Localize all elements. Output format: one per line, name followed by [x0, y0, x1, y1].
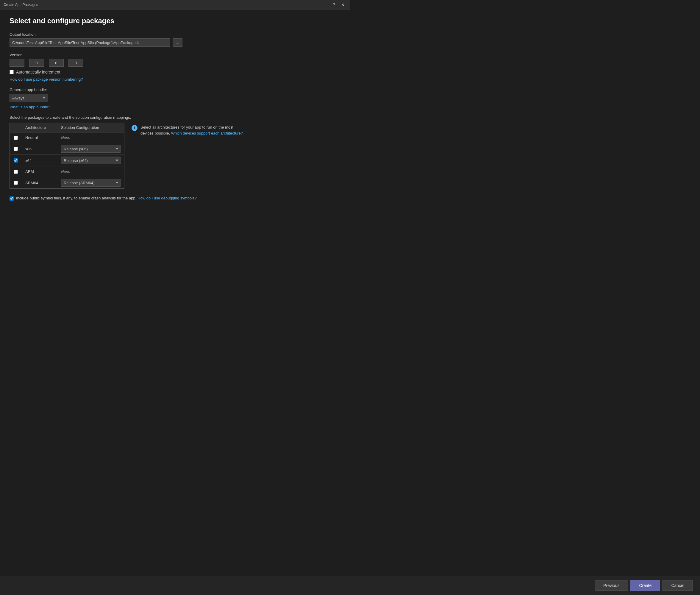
auto-increment-checkbox[interactable] — [9, 70, 14, 74]
table-header-check — [10, 123, 22, 132]
table-cell-arch-arm: ARM — [22, 168, 57, 176]
version-field-3[interactable] — [49, 59, 64, 67]
table-cell-arch-arm64: ARM64 — [22, 179, 57, 187]
table-row-arm: ARM None — [10, 166, 124, 177]
table-cell-arch-x86: x86 — [22, 145, 57, 153]
table-cell-config-arm: None — [57, 168, 124, 176]
browse-button[interactable]: ... — [173, 38, 182, 47]
table-row-arm64: ARM64 Release (ARM64) — [10, 177, 124, 189]
version-sep-2: . — [46, 60, 47, 65]
architecture-link[interactable]: Which devices support each architecture? — [171, 131, 243, 136]
table-cell-arch-x64: x64 — [22, 157, 57, 165]
symbol-files-text: Include public symbol files, if any, to … — [16, 196, 138, 200]
output-location-label: Output location: — [9, 32, 341, 37]
table-row-neutral: Neutral None — [10, 133, 124, 143]
auto-increment-label: Automatically increment — [16, 69, 60, 75]
checkbox-arm[interactable] — [14, 170, 18, 174]
checkbox-arm64[interactable] — [14, 181, 18, 185]
symbol-files-row: Include public symbol files, if any, to … — [9, 196, 341, 201]
info-icon: i — [132, 125, 138, 131]
output-path-input[interactable] — [9, 38, 170, 47]
packages-table: Architecture Solution Configuration Neut… — [9, 123, 124, 189]
packages-area: Architecture Solution Configuration Neut… — [9, 123, 341, 189]
table-cell-check-arm — [10, 168, 22, 176]
checkbox-x64[interactable] — [14, 158, 18, 163]
info-text-content: Select all architectures for your app to… — [141, 124, 245, 136]
table-cell-config-neutral: None — [57, 134, 124, 142]
table-row-x86: x86 Release (x86) — [10, 143, 124, 155]
auto-increment-row: Automatically increment — [9, 69, 341, 75]
config-dropdown-x86[interactable]: Release (x86) — [61, 145, 120, 153]
debugging-symbols-link[interactable]: How do I use debugging symbols? — [138, 196, 197, 200]
table-cell-check-x64 — [10, 157, 22, 164]
version-sep-3: . — [65, 60, 67, 65]
checkbox-x86[interactable] — [14, 147, 18, 151]
table-cell-config-x86: Release (x86) — [57, 143, 124, 154]
output-location-row: ... — [9, 38, 341, 47]
app-bundle-link[interactable]: What is an app bundle? — [9, 105, 50, 109]
version-field-1[interactable] — [9, 59, 24, 67]
config-dropdown-arm64[interactable]: Release (ARM64) — [61, 179, 120, 187]
table-header: Architecture Solution Configuration — [10, 123, 124, 133]
table-cell-config-x64: Release (x64) — [57, 155, 124, 166]
info-panel: i Select all architectures for your app … — [132, 123, 245, 136]
symbol-files-checkbox[interactable] — [9, 196, 14, 201]
bundle-dropdown[interactable]: Always Never If needed — [9, 94, 48, 102]
bundle-label-text: Generate app bundle: — [9, 87, 341, 92]
bundle-dropdown-wrapper: Always Never If needed — [9, 94, 48, 102]
config-none-neutral: None — [61, 136, 70, 140]
table-header-architecture: Architecture — [22, 123, 57, 132]
symbol-files-label: Include public symbol files, if any, to … — [16, 196, 197, 200]
version-label: Version: — [9, 53, 341, 57]
bundle-label: Generate app bundle: — [9, 87, 341, 92]
close-button[interactable]: ✕ — [339, 2, 346, 7]
packages-label: Select the packages to create and the so… — [9, 115, 341, 120]
version-field-2[interactable] — [29, 59, 44, 67]
table-cell-check-arm64 — [10, 179, 22, 187]
title-bar-title: Create App Packages — [4, 3, 38, 7]
version-field-4[interactable] — [68, 59, 83, 67]
table-header-configuration: Solution Configuration — [57, 123, 124, 132]
table-cell-check-neutral — [10, 134, 22, 142]
title-bar: Create App Packages ? ✕ — [0, 0, 350, 9]
dialog-body: Select and configure packages Output loc… — [0, 9, 350, 208]
version-sep-1: . — [26, 60, 27, 65]
version-numbering-link[interactable]: How do I use package version numbering? — [9, 77, 83, 82]
table-row-x64: x64 Release (x64) — [10, 155, 124, 166]
checkbox-neutral[interactable] — [14, 136, 18, 140]
version-row: . . . — [9, 59, 341, 67]
table-cell-check-x86 — [10, 145, 22, 153]
help-button[interactable]: ? — [331, 2, 337, 7]
table-cell-config-arm64: Release (ARM64) — [57, 177, 124, 189]
config-none-arm: None — [61, 169, 70, 174]
dialog-heading: Select and configure packages — [9, 17, 341, 25]
table-cell-arch-neutral: Neutral — [22, 134, 57, 142]
title-bar-controls: ? ✕ — [331, 2, 346, 7]
config-dropdown-x64[interactable]: Release (x64) — [61, 157, 120, 164]
